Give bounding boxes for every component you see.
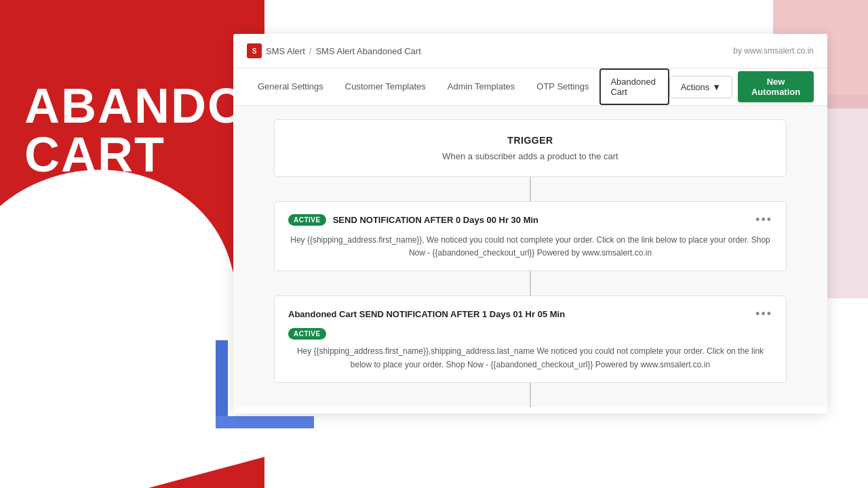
trigger-title: TRIGGER	[288, 135, 772, 146]
chevron-down-icon: ▼	[712, 82, 721, 92]
tab-general-settings[interactable]: General Settings	[247, 72, 334, 102]
breadcrumb: S SMS Alert / SMS Alert Abandoned Cart	[247, 43, 421, 58]
card-2-badge-row: ACTIVE	[288, 328, 772, 340]
content-area: TRIGGER When a subscriber adds a product…	[233, 106, 827, 407]
tab-admin-templates[interactable]: Admin Templates	[437, 72, 526, 102]
tab-customer-templates[interactable]: Customer Templates	[334, 72, 437, 102]
card-2-title: Abandoned Cart SEND NOTIFICATION AFTER 1…	[288, 309, 565, 319]
card-2-title-row: Abandoned Cart SEND NOTIFICATION AFTER 1…	[288, 309, 565, 319]
card-1-menu[interactable]: •••	[755, 213, 772, 227]
main-panel: S SMS Alert / SMS Alert Abandoned Cart b…	[233, 34, 827, 413]
breadcrumb-app: SMS Alert	[266, 46, 305, 56]
card-1-body: Hey {{shipping_address.first_name}}, We …	[288, 234, 772, 260]
card-1-header: ACTIVE SEND NOTIFICATION AFTER 0 Days 00…	[288, 213, 772, 227]
bg-blue-bar	[216, 416, 314, 428]
trigger-description: When a subscriber adds a product to the …	[288, 151, 772, 161]
actions-button[interactable]: Actions ▼	[669, 76, 733, 98]
breadcrumb-sep: /	[309, 46, 312, 56]
panel-header: S SMS Alert / SMS Alert Abandoned Cart b…	[233, 34, 827, 68]
card-2-header: Abandoned Cart SEND NOTIFICATION AFTER 1…	[288, 307, 772, 321]
nav-tabs: General Settings Customer Templates Admi…	[233, 68, 827, 106]
tab-otp-settings[interactable]: OTP Settings	[526, 72, 599, 102]
badge-active-2: ACTIVE	[288, 328, 326, 340]
breadcrumb-page: SMS Alert Abandoned Cart	[315, 46, 420, 56]
connector-3	[530, 383, 531, 407]
logo-icon: S	[247, 43, 262, 58]
card-1-title: SEND NOTIFICATION AFTER 0 Days 00 Hr 30 …	[333, 215, 538, 225]
notification-card-1: ACTIVE SEND NOTIFICATION AFTER 0 Days 00…	[274, 201, 787, 271]
connector-2	[530, 271, 531, 296]
card-2-menu[interactable]: •••	[755, 307, 772, 321]
powered-by: by www.smsalert.co.in	[733, 46, 814, 56]
bg-blue-rect	[216, 340, 228, 428]
new-automation-button[interactable]: New Automation	[738, 71, 814, 102]
tab-abandoned-cart[interactable]: Abandoned Cart	[599, 68, 669, 105]
card-1-title-row: ACTIVE SEND NOTIFICATION AFTER 0 Days 00…	[288, 214, 538, 226]
card-2-body: Hey {{shipping_address.first_name}},ship…	[288, 345, 772, 371]
trigger-box: TRIGGER When a subscriber adds a product…	[274, 119, 787, 177]
badge-active-1: ACTIVE	[288, 214, 326, 226]
notification-card-2: Abandoned Cart SEND NOTIFICATION AFTER 1…	[274, 296, 787, 382]
connector-1	[530, 177, 531, 201]
